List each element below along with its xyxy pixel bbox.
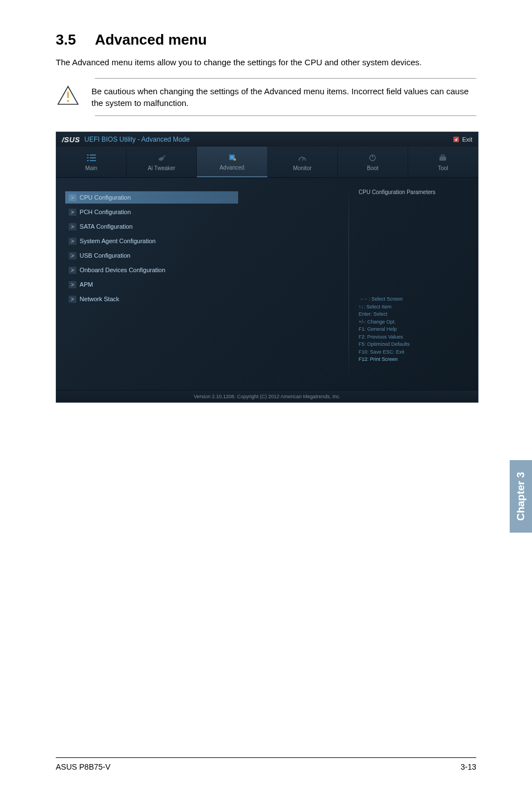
chevron-right-icon: > (69, 296, 76, 303)
chevron-right-icon: > (69, 267, 76, 274)
menu-label: PCH Configuration (80, 209, 131, 215)
chapter-tab-label: Chapter 3 (515, 472, 527, 521)
menu-label: SATA Configuration (80, 223, 133, 230)
svg-rect-16 (439, 157, 446, 161)
exit-button[interactable]: Exit (453, 136, 472, 143)
help-line: F1: General Help (359, 326, 471, 334)
svg-point-12 (234, 158, 236, 161)
chevron-right-icon: > (69, 238, 76, 245)
bios-left-panel: > CPU Configuration > PCH Configuration … (56, 178, 349, 390)
bios-brand-logo: /SUS (62, 136, 80, 144)
svg-rect-1 (67, 91, 69, 98)
svg-rect-9 (90, 160, 96, 161)
bios-titlebar: /SUS UEFI BIOS Utility - Advanced Mode E… (56, 132, 478, 147)
menu-label: Onboard Devices Configuration (80, 267, 165, 273)
caution-icon (56, 85, 80, 105)
tab-tool[interactable]: Tool (408, 147, 478, 177)
caution-text: Be cautious when changing the settings o… (91, 85, 476, 109)
menu-label: CPU Configuration (80, 194, 131, 201)
svg-line-13 (302, 158, 304, 161)
svg-rect-11 (230, 156, 234, 159)
svg-rect-8 (87, 160, 89, 161)
divider (349, 185, 349, 383)
tab-label: Main (85, 165, 98, 171)
right-panel-heading: CPU Configuration Parameters (355, 189, 471, 195)
tab-boot[interactable]: Boot (338, 147, 408, 177)
svg-rect-7 (90, 157, 96, 158)
chevron-right-icon: > (69, 223, 76, 230)
menu-item-onboard-devices-configuration[interactable]: > Onboard Devices Configuration (65, 264, 340, 276)
tab-label: Tool (438, 165, 448, 171)
menu-item-system-agent-configuration[interactable]: > System Agent Configuration (65, 235, 340, 247)
intro-paragraph: The Advanced menu items allow you to cha… (56, 56, 476, 68)
help-line: →←: Select Screen (359, 296, 471, 303)
exit-label: Exit (462, 136, 472, 143)
help-line: +/-: Change Opt. (359, 318, 471, 326)
section-heading: 3.5Advanced menu (56, 31, 476, 49)
help-line: F12: Print Screen (359, 356, 471, 364)
menu-item-usb-configuration[interactable]: > USB Configuration (65, 249, 340, 262)
menu-label: APM (80, 281, 93, 288)
gauge-icon (298, 153, 307, 163)
bios-main: > CPU Configuration > PCH Configuration … (56, 178, 478, 390)
caution-block: Be cautious when changing the settings o… (95, 78, 476, 116)
wrench-icon (157, 153, 166, 163)
tab-label: Advanced (220, 165, 244, 171)
help-line: F10: Save ESC: Exit (359, 349, 471, 356)
menu-label: Network Stack (80, 296, 119, 302)
help-line: F2: Previous Values (359, 334, 471, 341)
menu-label: System Agent Configuration (80, 238, 156, 244)
tab-label: Ai Tweaker (148, 165, 175, 171)
svg-rect-17 (441, 155, 444, 157)
menu-item-network-stack[interactable]: > Network Stack (65, 293, 340, 305)
bios-title: UEFI BIOS Utility - Advanced Mode (84, 136, 190, 143)
list-icon (87, 153, 96, 163)
chip-icon (228, 152, 236, 162)
power-icon (369, 153, 376, 163)
footer-left: ASUS P8B75-V (56, 762, 110, 771)
help-line: F5: Optimized Defaults (359, 341, 471, 349)
svg-rect-3 (453, 137, 459, 142)
tab-label: Boot (367, 165, 379, 171)
footer-right: 3-13 (461, 762, 476, 771)
menu-item-cpu-configuration[interactable]: > CPU Configuration (65, 191, 238, 204)
section-title: Advanced menu (95, 31, 207, 48)
chevron-right-icon: > (69, 252, 76, 259)
menu-item-sata-configuration[interactable]: > SATA Configuration (65, 220, 340, 233)
section-number: 3.5 (56, 31, 76, 49)
menu-item-pch-configuration[interactable]: > PCH Configuration (65, 206, 340, 218)
svg-rect-4 (87, 154, 89, 156)
tab-label: Monitor (293, 165, 311, 171)
bios-footer: Version 2.10.1208. Copyright (C) 2012 Am… (56, 390, 478, 402)
chevron-right-icon: > (69, 194, 76, 201)
tab-main[interactable]: Main (56, 147, 127, 177)
menu-item-apm[interactable]: > APM (65, 278, 340, 291)
svg-point-2 (67, 100, 69, 102)
tab-ai-tweaker[interactable]: Ai Tweaker (127, 147, 197, 177)
menu-label: USB Configuration (80, 252, 130, 259)
svg-rect-6 (87, 157, 89, 158)
bios-window: /SUS UEFI BIOS Utility - Advanced Mode E… (56, 132, 478, 403)
bios-right-panel: CPU Configuration Parameters →←: Select … (349, 178, 478, 390)
toolbox-icon (438, 153, 447, 163)
page-footer: ASUS P8B75-V 3-13 (56, 757, 476, 771)
chevron-right-icon: > (69, 281, 76, 288)
help-line: Enter: Select (359, 311, 471, 318)
bios-tabs: Main Ai Tweaker Advanced Monitor (56, 147, 478, 178)
chevron-right-icon: > (69, 209, 76, 216)
help-key-list: →←: Select Screen ↑↓: Select Item Enter:… (355, 296, 471, 364)
chapter-tab: Chapter 3 (510, 460, 532, 533)
bios-footer-text: Version 2.10.1208. Copyright (C) 2012 Am… (194, 394, 340, 399)
tab-advanced[interactable]: Advanced (197, 147, 267, 177)
exit-icon (453, 136, 460, 143)
svg-rect-5 (90, 154, 96, 156)
help-line: ↑↓: Select Item (359, 303, 471, 311)
tab-monitor[interactable]: Monitor (268, 147, 338, 177)
